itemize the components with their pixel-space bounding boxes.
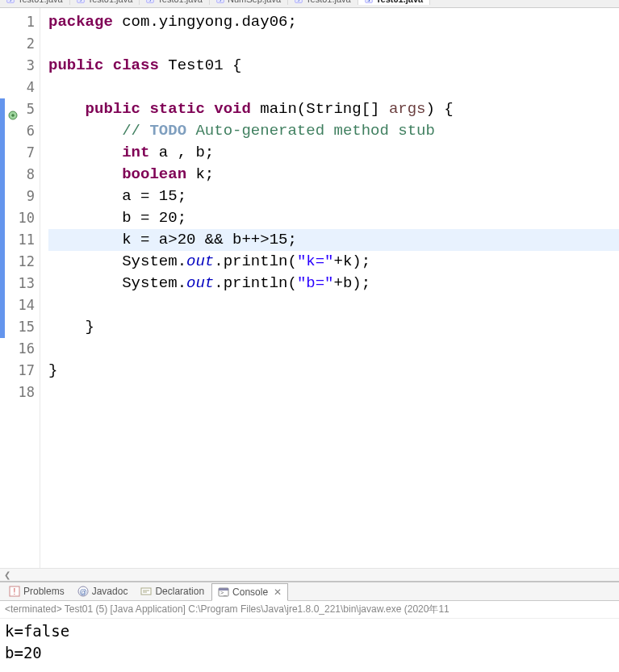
line-number: 6 (0, 120, 35, 142)
console-line: k=false (5, 620, 614, 642)
line-number: 2 (0, 33, 35, 55)
editor-area: 123456789101112131415161718 package com.… (0, 8, 619, 582)
code-line[interactable]: } (48, 316, 619, 338)
scroll-left-arrow[interactable]: ❮ (2, 570, 13, 581)
code-line[interactable]: System.out.println("k="+k); (48, 251, 619, 273)
svg-text:!: ! (14, 587, 16, 596)
code-line[interactable]: public static void main(String[] args) { (48, 98, 619, 120)
bottom-tab-problems[interactable]: !Problems (3, 583, 70, 599)
line-number: 16 (0, 338, 35, 360)
editor-tab[interactable]: JTest01.java (358, 0, 431, 5)
editor-tab-label: Test01.java (18, 0, 63, 4)
code-line[interactable]: System.out.println("b="+b); (48, 273, 619, 294)
line-number: 13 (0, 273, 35, 294)
svg-text:J: J (367, 0, 370, 2)
java-file-icon: J (365, 0, 373, 3)
code-line[interactable] (48, 33, 619, 55)
editor-tab[interactable]: JTest01.java (288, 0, 358, 5)
editor-tab-label: Test01.java (306, 0, 351, 4)
line-number: 9 (0, 186, 35, 207)
line-number: 10 (0, 207, 35, 229)
code-line[interactable] (48, 338, 619, 360)
close-icon[interactable]: ✕ (274, 586, 282, 598)
bottom-tab-label: Declaration (155, 586, 204, 597)
java-file-icon: J (77, 0, 85, 3)
java-file-icon: J (146, 0, 154, 3)
java-file-icon: J (216, 0, 224, 3)
code-line[interactable] (48, 77, 619, 98)
bottom-tab-label: Javadoc (92, 586, 128, 597)
line-number-gutter: 123456789101112131415161718 (0, 8, 40, 568)
editor-tab[interactable]: JTest01.java (140, 0, 210, 5)
method-override-icon[interactable] (8, 105, 18, 115)
line-number: 14 (0, 294, 35, 316)
bottom-tab-console[interactable]: >_Console✕ (211, 583, 288, 601)
editor-tab-label: Test01.java (157, 0, 203, 4)
line-number: 5 (0, 98, 35, 120)
line-number: 15 (0, 316, 35, 338)
code-line[interactable]: a = 15; (48, 186, 619, 207)
svg-text:>_: >_ (220, 590, 227, 596)
code-line[interactable]: b = 20; (48, 207, 619, 229)
code-editor[interactable]: package com.yingyong.day06; public class… (40, 8, 619, 568)
line-number: 12 (0, 251, 35, 273)
line-number: 7 (0, 142, 35, 164)
console-icon: >_ (218, 586, 229, 598)
declaration-icon (140, 586, 152, 597)
editor-tab-label: NumSep.java (228, 0, 281, 4)
editor-tab[interactable]: JTest01.java (70, 0, 140, 5)
editor-tab-label: Test01.java (376, 0, 424, 4)
code-line[interactable] (48, 294, 619, 316)
code-line[interactable]: } (48, 360, 619, 382)
bottom-tab-declaration[interactable]: Declaration (135, 583, 210, 599)
editor-tab[interactable]: JTest01.java (0, 0, 70, 5)
line-number: 1 (0, 11, 35, 33)
code-line[interactable]: package com.yingyong.day06; (48, 11, 619, 33)
console-output[interactable]: k=falseb=20 (0, 619, 619, 672)
line-number: 17 (0, 360, 35, 382)
svg-rect-17 (141, 588, 151, 595)
code-line[interactable]: int a , b; (48, 142, 619, 164)
editor-tab[interactable]: JNumSep.java (210, 0, 288, 5)
line-number: 8 (0, 164, 35, 186)
code-line[interactable]: boolean k; (48, 164, 619, 186)
bottom-tab-label: Console (232, 586, 268, 598)
code-line[interactable] (48, 382, 619, 403)
code-line[interactable]: // TODO Auto-generated method stub (48, 120, 619, 142)
code-line[interactable]: k = a>20 && b++>15; (48, 229, 619, 251)
problems-icon: ! (9, 586, 20, 597)
bottom-view-tabs: !Problems@JavadocDeclaration>_Console✕ (0, 582, 619, 601)
bottom-tab-javadoc[interactable]: @Javadoc (72, 583, 134, 599)
line-number: 11 (0, 229, 35, 251)
line-number: 18 (0, 382, 35, 403)
java-file-icon: J (6, 0, 15, 3)
line-number: 4 (0, 77, 35, 98)
horizontal-scrollbar[interactable]: ❮ (0, 568, 619, 581)
java-file-icon: J (295, 0, 303, 3)
line-number: 3 (0, 55, 35, 77)
javadoc-icon: @ (77, 586, 89, 597)
console-process-header: <terminated> Test01 (5) [Java Applicatio… (0, 601, 619, 619)
code-line[interactable]: public class Test01 { (48, 55, 619, 77)
svg-text:@: @ (79, 588, 86, 596)
editor-tab-label: Test01.java (88, 0, 133, 4)
bottom-tab-label: Problems (23, 586, 65, 597)
editor-tabs: JTest01.javaJTest01.javaJTest01.javaJNum… (0, 0, 619, 8)
console-line: b=20 (5, 642, 614, 664)
